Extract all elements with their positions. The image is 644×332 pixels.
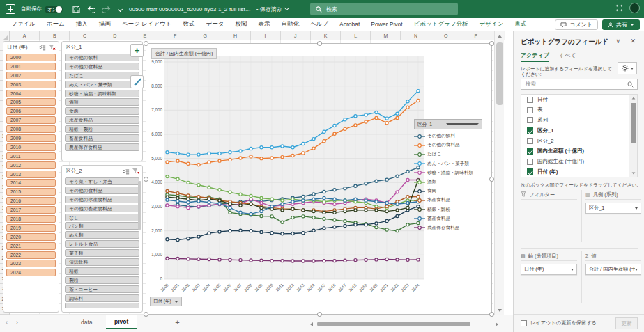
- slicer-item[interactable]: 調味料: [65, 294, 139, 302]
- slicer-item[interactable]: 2007: [6, 116, 56, 124]
- defer-checkbox[interactable]: [521, 320, 527, 326]
- chart-resize-handle[interactable]: [317, 41, 322, 46]
- legend-field-button[interactable]: 区分_1: [414, 119, 482, 129]
- field-checkbox[interactable]: [527, 168, 533, 175]
- area-field-chip[interactable]: 区分_1: [585, 203, 641, 214]
- field-row[interactable]: 国内総生産 (十億円): [521, 157, 629, 167]
- legend-item[interactable]: 精穀・製粉: [414, 205, 491, 214]
- slicer-date[interactable]: 日付 (年) 200020012002200320042005200620072…: [3, 41, 59, 313]
- ribbon-tab[interactable]: ファイル: [6, 20, 41, 29]
- legend-item[interactable]: その他の食料品: [414, 141, 491, 150]
- field-search-input[interactable]: 検索: [521, 79, 638, 90]
- slicer-item[interactable]: 2024: [6, 269, 56, 276]
- slicer-item[interactable]: 2004: [6, 90, 56, 97]
- pane-tab[interactable]: すべて: [559, 52, 576, 62]
- scroll-down-icon[interactable]: [495, 306, 505, 315]
- chart-resize-handle[interactable]: [489, 177, 494, 182]
- ribbon-tab[interactable]: データ: [200, 20, 229, 29]
- ribbon-tab[interactable]: 校閲: [229, 20, 252, 29]
- field-row[interactable]: 系列: [521, 116, 629, 126]
- slicer-item[interactable]: 2022: [6, 251, 56, 259]
- field-row[interactable]: 区分_2: [521, 136, 629, 146]
- ribbon-options-icon[interactable]: [615, 3, 624, 13]
- ribbon-tab[interactable]: 描画: [93, 20, 116, 29]
- pivot-chart[interactable]: 01,0002,0003,0004,0005,0006,0007,0008,00…: [146, 43, 492, 315]
- legend-item[interactable]: その他の飲料: [414, 132, 491, 141]
- slicer-item[interactable]: 茶・コーヒー: [65, 285, 139, 293]
- field-list-scrollbar[interactable]: [629, 95, 637, 177]
- pane-close-icon[interactable]: ✕: [630, 38, 636, 45]
- legend-item[interactable]: 酒類: [414, 177, 491, 187]
- quick-access-chevron-icon[interactable]: [118, 6, 123, 11]
- column-header[interactable]: M: [371, 31, 401, 40]
- sheet-tab-pivot[interactable]: pivot: [106, 315, 137, 329]
- defer-layout-update[interactable]: レイアウトの更新を保留する: [521, 319, 597, 326]
- legend-item[interactable]: たばこ: [414, 150, 491, 159]
- sheet-prev-icon[interactable]: ‹: [6, 319, 8, 326]
- scroll-left-icon[interactable]: [310, 322, 313, 326]
- ribbon-tab[interactable]: 自動化: [275, 20, 305, 29]
- slicer-item[interactable]: 精穀・製粉: [65, 125, 139, 133]
- slicer-item[interactable]: 2000: [6, 54, 56, 61]
- field-checkbox[interactable]: [527, 97, 533, 103]
- save-icon[interactable]: [70, 3, 82, 15]
- ribbon-tab[interactable]: 書式: [509, 20, 532, 29]
- slicer-item[interactable]: その他の飲料: [65, 54, 139, 61]
- axis-area[interactable]: ▤軸 (分類項目) 日付 (年): [521, 251, 577, 303]
- chart-resize-handle[interactable]: [489, 41, 494, 46]
- pane-collapse-icon[interactable]: ∨: [615, 38, 620, 45]
- horizontal-scroll-thumb[interactable]: [317, 322, 470, 326]
- sheet-next-icon[interactable]: ›: [16, 319, 18, 326]
- field-list-scroll-thumb[interactable]: [631, 103, 636, 143]
- clear-filter-icon[interactable]: [132, 168, 139, 175]
- slicer-item[interactable]: なし: [65, 214, 139, 221]
- chart-resize-handle[interactable]: [144, 177, 148, 182]
- slicer-item[interactable]: 2009: [6, 134, 56, 142]
- field-list[interactable]: 日付表系列区分_1区分_2国内生産額 (十億円)国内総生産 (十億円)日付 (年…: [521, 94, 638, 177]
- slicer-item[interactable]: パン類: [65, 222, 139, 230]
- slicer-item[interactable]: たばこ: [65, 72, 139, 79]
- horizontal-scrollbar[interactable]: ⋮: [305, 321, 498, 327]
- slicer-kubun1[interactable]: 区分_1 その他の飲料その他の食料品たばこめん・パン・菓子類砂糖・油脂・調味料類…: [61, 41, 143, 161]
- slicer-item[interactable]: 菓子類: [65, 249, 139, 257]
- multiselect-icon[interactable]: [39, 45, 46, 51]
- share-button[interactable]: 共有: [602, 19, 640, 30]
- field-checkbox[interactable]: [527, 138, 533, 144]
- values-area[interactable]: Σ値 合計 / 国内生産額 (十...: [581, 251, 641, 303]
- axis-field-button[interactable]: 日付 (年): [150, 297, 182, 306]
- redo-icon[interactable]: [101, 3, 112, 15]
- multiselect-icon[interactable]: [123, 168, 130, 175]
- slicer-item[interactable]: 食肉: [65, 107, 139, 115]
- slicer-item[interactable]: 2015: [6, 188, 56, 196]
- ribbon-tab[interactable]: 挿入: [70, 20, 93, 29]
- field-checkbox[interactable]: [527, 127, 533, 134]
- slicer-item[interactable]: 2010: [6, 143, 56, 151]
- field-row[interactable]: 日付 (年): [521, 167, 629, 177]
- field-row[interactable]: 国内生産額 (十億円): [521, 146, 629, 157]
- vertical-scroll-thumb[interactable]: [496, 42, 503, 105]
- slicer-item[interactable]: そう菜・すし・弁当: [65, 177, 139, 185]
- pane-tab[interactable]: アクティブ: [521, 52, 549, 62]
- slicer-item[interactable]: 2023: [6, 260, 56, 267]
- chart-resize-handle[interactable]: [317, 312, 322, 317]
- chart-elements-button[interactable]: +: [130, 44, 144, 57]
- slicer-item[interactable]: 2012: [6, 161, 56, 169]
- scrollbar-splitter[interactable]: ⋮: [299, 321, 305, 327]
- ribbon-tab[interactable]: 数式: [177, 20, 200, 29]
- slicer-item[interactable]: その他の畜産食料品: [65, 205, 139, 212]
- legend-item[interactable]: 水産食料品: [414, 196, 491, 205]
- filter-area[interactable]: フィルター: [521, 190, 577, 242]
- legend-item[interactable]: 畜産食料品: [414, 214, 491, 223]
- slicer-item-clipped[interactable]: [65, 303, 139, 308]
- slicer-item[interactable]: 酒類: [65, 98, 139, 106]
- ribbon-tab[interactable]: デザイン: [474, 20, 509, 29]
- scroll-up-icon[interactable]: [495, 31, 505, 40]
- ribbon-tab[interactable]: Power Pivot: [365, 21, 408, 28]
- slicer-item[interactable]: 2016: [6, 197, 56, 205]
- slicer-item[interactable]: 2013: [6, 171, 56, 178]
- legend-item[interactable]: 農産保存食料品: [414, 223, 491, 232]
- tools-button[interactable]: [618, 62, 637, 74]
- ribbon-tab[interactable]: ヘルプ: [305, 20, 334, 29]
- slicer-item[interactable]: その他の水産食料品: [65, 196, 139, 203]
- slicer-item[interactable]: 2002: [6, 72, 56, 79]
